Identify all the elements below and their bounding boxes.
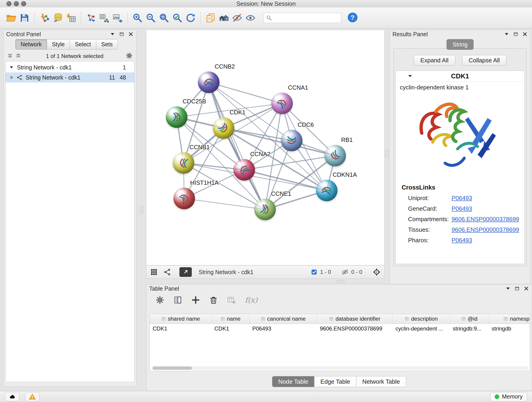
network-edge-hist1h1a-ccne1[interactable] [184, 198, 265, 210]
import-network-from-file-button[interactable] [38, 12, 51, 24]
tab-style[interactable]: Style [47, 39, 70, 50]
results-panel-float-button[interactable] [513, 32, 519, 37]
warnings-button[interactable] [25, 392, 39, 401]
copy-style-button[interactable] [205, 12, 216, 24]
table-cell[interactable]: CDK1 [212, 325, 249, 332]
network-node-hist1h1a[interactable] [173, 188, 195, 209]
export-table-button[interactable] [98, 12, 110, 24]
zoom-selected-button[interactable] [171, 12, 183, 24]
expand-all-button[interactable]: Expand All [414, 55, 455, 65]
open-session-button[interactable] [5, 12, 17, 24]
crosslink-value-link[interactable]: 9606.ENSP00000378699 [452, 226, 519, 233]
crosslink-value-link[interactable]: 9606.ENSP00000378699 [452, 216, 519, 223]
network-canvas[interactable]: CCNB2CCNA1CDC25BCDK1CDC6RB1CCNB1CCNA2CDK… [146, 30, 385, 265]
column-header-description[interactable]: description [393, 314, 450, 324]
network-collection-row[interactable]: String Network - cdk1 1 [6, 62, 134, 72]
export-image-button[interactable] [112, 12, 123, 24]
column-header-database-identifier[interactable]: database identifier [317, 314, 393, 324]
collapse-all-networks-button[interactable] [7, 53, 13, 59]
network-node-cdc6[interactable] [281, 130, 302, 151]
network-node-ccna2[interactable] [234, 159, 255, 181]
crosslink-value-link[interactable]: P06493 [452, 194, 472, 202]
network-options-button[interactable] [126, 52, 133, 60]
control-panel-float-button[interactable] [119, 32, 124, 37]
apply-layout-button[interactable] [185, 12, 196, 24]
column-header-canonical-name[interactable]: canonical name [249, 314, 317, 324]
zoom-window-button[interactable] [21, 1, 26, 6]
table-horizontal-scrollbar[interactable] [152, 366, 528, 370]
crosslink-value-link[interactable]: P06493 [452, 205, 472, 212]
right-splitter-handle[interactable] [385, 149, 388, 158]
table-options-button[interactable] [156, 296, 164, 304]
memory-button[interactable]: Memory [490, 392, 527, 401]
network-node-cdkn1a[interactable] [316, 180, 337, 201]
tab-network-table[interactable]: Network Table [356, 376, 406, 387]
node-details-header[interactable]: CDK1 [396, 71, 525, 82]
table-panel-collapse-button[interactable] [505, 286, 511, 291]
import-table-from-file-button[interactable] [65, 12, 77, 24]
expand-all-networks-button[interactable] [15, 53, 21, 59]
crosshair-icon[interactable] [373, 268, 380, 276]
network-node-cdk1[interactable] [213, 117, 234, 139]
network-edge-ccnb2-ccne1[interactable] [209, 82, 265, 210]
detach-view-button[interactable] [179, 267, 192, 277]
network-node-ccna1[interactable] [271, 93, 293, 114]
network-row-selected[interactable]: String Network - cdk1 11 48 [6, 72, 134, 83]
show-columns-button[interactable] [173, 296, 182, 304]
results-panel-collapse-button[interactable] [504, 32, 509, 37]
table-cell[interactable]: stringdb [489, 325, 530, 332]
first-neighbors-button[interactable] [218, 12, 230, 24]
scrollbar-thumb[interactable] [152, 366, 192, 370]
network-node-rb1[interactable] [324, 145, 346, 166]
table-cell[interactable]: stringdb:9... [450, 325, 489, 332]
minimize-window-button[interactable] [14, 1, 19, 6]
delete-column-button[interactable] [209, 296, 218, 304]
search-input[interactable] [274, 14, 348, 21]
network-node-ccnb1[interactable] [173, 152, 194, 174]
table-cell[interactable]: P06493 [249, 325, 317, 332]
column-header--id[interactable]: @id [450, 314, 489, 324]
help-button[interactable] [347, 12, 358, 23]
results-tab-string[interactable]: String [447, 39, 474, 50]
zoom-fit-button[interactable] [158, 12, 170, 24]
delete-table-button[interactable] [227, 296, 236, 304]
control-panel-collapse-button[interactable] [110, 32, 115, 37]
column-header-shared-name[interactable]: shared name [150, 314, 212, 324]
network-view-string-button[interactable] [163, 268, 171, 276]
tab-network[interactable]: Network [15, 39, 47, 50]
close-window-button[interactable] [6, 1, 12, 6]
bottom-splitter-handle[interactable] [336, 280, 345, 283]
import-network-from-database-button[interactable] [52, 12, 64, 24]
selected-checkbox-icon[interactable] [311, 269, 317, 275]
function-builder-button[interactable]: f(x) [245, 296, 258, 304]
table-cell[interactable]: CDK1 [150, 325, 212, 332]
collapse-all-button[interactable]: Collapse All [462, 55, 507, 65]
crosslink-value-link[interactable]: P06493 [452, 236, 472, 244]
control-panel-close-button[interactable] [128, 32, 133, 37]
table-panel-close-button[interactable] [524, 286, 529, 291]
save-session-button[interactable] [19, 12, 31, 24]
zoom-in-button[interactable] [132, 12, 143, 24]
tab-sets[interactable]: Sets [96, 39, 118, 50]
left-splitter-handle[interactable] [140, 206, 143, 214]
column-header-name[interactable]: name [212, 314, 249, 324]
network-node-ccnb2[interactable] [198, 71, 220, 93]
table-row[interactable]: CDK1CDK1P064939606.ENSP00000378699cyclin… [150, 324, 530, 333]
zoom-out-button[interactable] [145, 12, 157, 24]
create-column-button[interactable] [191, 296, 200, 304]
hide-selected-button[interactable] [231, 12, 243, 24]
tab-select[interactable]: Select [70, 39, 96, 50]
column-header-namespace[interactable]: namespace [489, 314, 530, 324]
results-panel-close-button[interactable] [522, 32, 528, 37]
new-network-from-selection-button[interactable] [85, 12, 97, 24]
show-all-button[interactable] [244, 12, 256, 24]
show-grid-button[interactable] [150, 268, 158, 276]
cloud-status-button[interactable] [5, 392, 19, 401]
tab-node-table[interactable]: Node Table [272, 376, 315, 387]
network-node-ccne1[interactable] [254, 199, 276, 220]
hidden-eye-slash-icon[interactable] [342, 269, 348, 275]
table-cell[interactable]: 9606.ENSP00000378699 [317, 325, 393, 332]
table-panel-float-button[interactable] [514, 286, 520, 291]
tab-edge-table[interactable]: Edge Table [314, 376, 356, 387]
table-cell[interactable]: cyclin-dependent ... [393, 325, 450, 332]
